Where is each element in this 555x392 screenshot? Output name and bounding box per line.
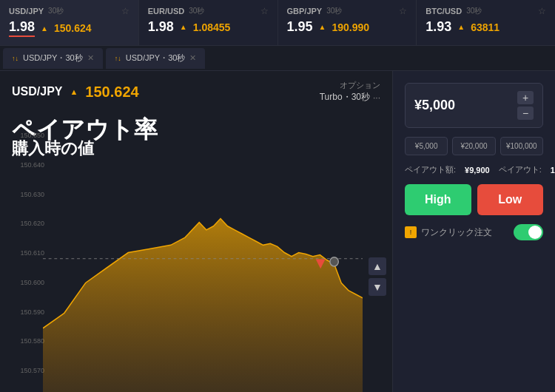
- options-dots-icon[interactable]: ···: [373, 92, 380, 103]
- ticker-period-gbpjpy: 30秒: [326, 6, 342, 16]
- ticker-star-gbpjpy[interactable]: ☆: [399, 6, 407, 16]
- chart-pair: USD/JPY: [12, 85, 62, 98]
- chart-options: オプション Turbo・30秒 ···: [320, 80, 380, 104]
- scroll-down-button[interactable]: ▼: [369, 278, 386, 296]
- chart-header: USD/JPY ▲ 150.624 オプション Turbo・30秒 ···: [0, 80, 392, 109]
- quick-amounts: ¥5,000 ¥20,000 ¥100,000: [405, 137, 543, 155]
- chart-price-arrow: ▲: [70, 87, 78, 96]
- chart-options-type: Turbo・30秒 ···: [320, 91, 380, 104]
- quick-amount-20000[interactable]: ¥20,000: [452, 137, 495, 155]
- ticker-period-eurusd: 30秒: [189, 6, 204, 16]
- ticker-period-btcusd: 30秒: [466, 6, 482, 16]
- payout-rate-info-label: ペイアウト:: [499, 164, 542, 175]
- arrow-icon-eurusd: ▲: [180, 23, 187, 31]
- high-button[interactable]: High: [405, 184, 471, 215]
- oneclick-text: ワンクリック注文: [421, 226, 492, 239]
- ticker-item-usdjpy[interactable]: USD/JPY 30秒 ☆ 1.98 ▲ 150.624: [0, 0, 139, 45]
- ticker-bar: USD/JPY 30秒 ☆ 1.98 ▲ 150.624 EUR/USD 30秒…: [0, 0, 555, 46]
- payout-total-label: ペイアウト額:: [405, 164, 456, 175]
- tab-usdjpy-1[interactable]: ↑↓ USD/JPY・30秒 ✕: [3, 48, 103, 69]
- y-label-0: 150.650: [6, 132, 44, 139]
- tab-arrow-icon-1: ↑↓: [12, 55, 18, 62]
- ticker-pair-btcusd: BTC/USD: [426, 7, 462, 16]
- y-axis: 150.650 150.640 150.630 150.620 150.610 …: [6, 132, 44, 392]
- ticker-pair-gbpjpy: GBP/JPY: [287, 7, 323, 16]
- toggle-knob: [528, 226, 542, 239]
- y-label-6: 150.590: [6, 308, 44, 316]
- ticker-item-btcusd[interactable]: BTC/USD 30秒 ☆ 1.93 ▲ 63811: [417, 0, 555, 45]
- ticker-star-usdjpy[interactable]: ☆: [121, 6, 130, 16]
- scroll-buttons: ▲ ▼: [369, 257, 386, 296]
- ticker-item-eurusd[interactable]: EUR/USD 30秒 ☆ 1.98 ▲ 1.08455: [139, 0, 278, 45]
- ticker-pair-usdjpy: USD/JPY: [9, 7, 44, 16]
- payout-total-value: ¥9,900: [465, 166, 490, 175]
- y-label-7: 150.580: [6, 337, 44, 345]
- y-label-2: 150.630: [6, 191, 44, 198]
- oneclick-row: ! ワンクリック注文: [405, 224, 543, 240]
- oneclick-icon: !: [405, 226, 417, 238]
- svg-point-1: [330, 257, 339, 266]
- tab-bar: ↑↓ USD/JPY・30秒 ✕ ↑↓ USD/JPY・30秒 ✕: [0, 46, 555, 71]
- amount-controls: + −: [517, 91, 534, 120]
- ticker-star-btcusd[interactable]: ☆: [538, 6, 546, 16]
- y-label-3: 150.620: [6, 220, 44, 227]
- ticker-price-gbpjpy: 190.990: [332, 21, 369, 33]
- tab-arrow-icon-2: ↑↓: [115, 55, 121, 62]
- trade-buttons: High Low: [405, 184, 543, 215]
- arrow-icon-gbpjpy: ▲: [319, 23, 326, 31]
- amount-value: ¥5,000: [414, 98, 455, 113]
- ticker-price-eurusd: 1.08455: [193, 21, 231, 33]
- ticker-multiplier-btcusd: 1.93: [426, 19, 451, 35]
- y-label-5: 150.600: [6, 279, 44, 286]
- y-label-4: 150.610: [6, 249, 44, 257]
- ticker-star-eurusd[interactable]: ☆: [260, 6, 269, 16]
- chart-wrapper: 150.650 150.640 150.630 150.620 150.610 …: [0, 132, 392, 392]
- ticker-period-usdjpy: 30秒: [48, 6, 64, 16]
- right-panel: ¥5,000 + − ¥5,000 ¥20,000 ¥100,000 ペイアウト…: [392, 71, 555, 392]
- ticker-multiplier-usdjpy: 1.98: [9, 19, 35, 37]
- main-content: USD/JPY ▲ 150.624 オプション Turbo・30秒 ··· ペイ…: [0, 71, 555, 392]
- ticker-multiplier-gbpjpy: 1.95: [287, 19, 313, 35]
- amount-box: ¥5,000 + −: [405, 83, 543, 128]
- ticker-item-gbpjpy[interactable]: GBP/JPY 30秒 ☆ 1.95 ▲ 190.990: [278, 0, 417, 45]
- arrow-icon-usdjpy: ▲: [41, 24, 48, 33]
- amount-plus-button[interactable]: +: [517, 91, 534, 104]
- scroll-up-button[interactable]: ▲: [369, 257, 386, 275]
- oneclick-toggle[interactable]: [514, 224, 543, 240]
- ticker-multiplier-eurusd: 1.98: [148, 19, 174, 35]
- low-button[interactable]: Low: [477, 184, 544, 215]
- ticker-price-btcusd: 63811: [471, 21, 500, 33]
- amount-minus-button[interactable]: −: [517, 107, 534, 120]
- payout-rate-value: 1.98: [551, 166, 555, 175]
- y-label-1: 150.640: [6, 161, 44, 169]
- tab-close-1[interactable]: ✕: [87, 53, 94, 63]
- chart-options-label: オプション: [320, 80, 380, 91]
- ticker-price-usdjpy: 150.624: [54, 22, 92, 34]
- chart-price: 150.624: [85, 84, 138, 101]
- arrow-icon-btcusd: ▲: [457, 23, 465, 31]
- chart-area: USD/JPY ▲ 150.624 オプション Turbo・30秒 ··· ペイ…: [0, 71, 392, 392]
- payout-info: ペイアウト額: ¥9,900 ペイアウト: 1.98: [405, 164, 543, 175]
- quick-amount-100000[interactable]: ¥100,000: [500, 137, 543, 155]
- red-arrow-icon: ▼: [312, 254, 329, 273]
- y-label-8: 150.570: [6, 367, 44, 374]
- oneclick-label: ! ワンクリック注文: [405, 226, 492, 239]
- quick-amount-5000[interactable]: ¥5,000: [405, 137, 448, 155]
- tab-close-2[interactable]: ✕: [189, 53, 196, 63]
- tab-label-2: USD/JPY・30秒: [126, 53, 186, 64]
- tab-usdjpy-2[interactable]: ↑↓ USD/JPY・30秒 ✕: [106, 48, 206, 69]
- tab-label-1: USD/JPY・30秒: [23, 53, 83, 64]
- ticker-pair-eurusd: EUR/USD: [148, 7, 185, 16]
